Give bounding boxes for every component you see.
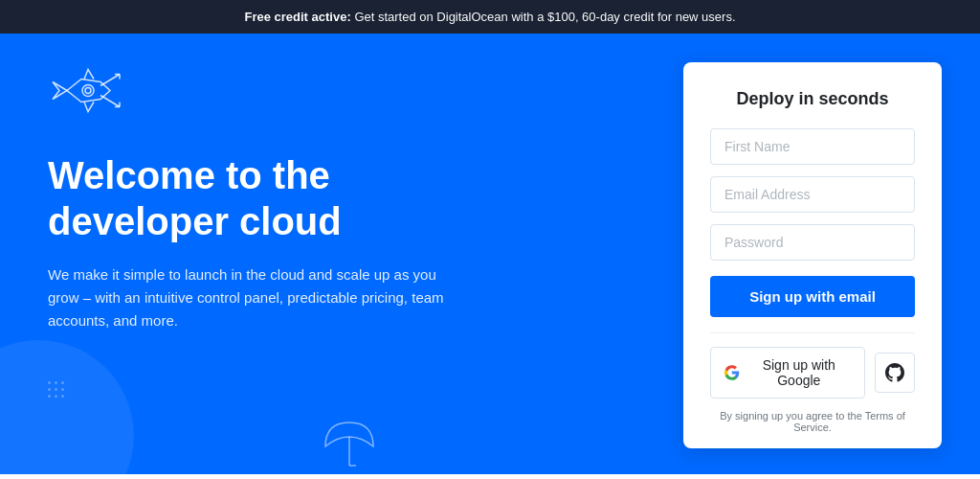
digitalocean-logo-icon [48,62,144,120]
banner-normal-text: Get started on DigitalOcean with a $100,… [354,10,735,24]
first-name-input[interactable] [710,128,915,165]
email-field [710,176,915,213]
signup-github-button[interactable] [875,353,915,393]
right-panel: Deploy in seconds Sign up with email [655,34,980,474]
left-panel: Welcome to the developer cloud We make i… [0,34,655,474]
password-field [710,224,915,261]
main-content: Welcome to the developer cloud We make i… [0,34,980,474]
svg-point-1 [85,88,91,94]
github-icon [885,363,904,382]
signup-google-button[interactable]: Sign up with Google [710,347,865,399]
form-divider [710,332,915,333]
signup-email-button[interactable]: Sign up with email [710,276,915,317]
circle-decoration [0,340,134,474]
svg-point-0 [82,85,94,97]
signup-form-card: Deploy in seconds Sign up with email [683,62,942,448]
logo-area [48,62,607,124]
umbrella-decoration [316,413,383,474]
email-input[interactable] [710,176,915,213]
social-buttons: Sign up with Google [710,347,915,399]
banner-bold-text: Free credit active: [244,10,350,24]
form-title: Deploy in seconds [710,89,915,109]
google-icon [724,364,740,381]
first-name-field [710,128,915,165]
hero-description: We make it simple to launch in the cloud… [48,263,459,332]
hero-title: Welcome to the developer cloud [48,152,607,244]
signup-google-label: Sign up with Google [747,357,851,388]
terms-text: By signing up you agree to the Terms of … [710,410,915,433]
promo-banner: Free credit active: Get started on Digit… [0,0,980,34]
password-input[interactable] [710,224,915,261]
